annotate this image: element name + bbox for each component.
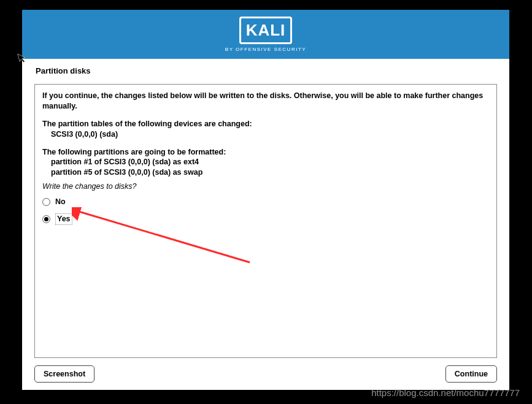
radio-label-yes: Yes — [55, 213, 72, 225]
page-title: Partition disks — [36, 66, 497, 75]
watermark-text: https://blog.csdn.net/mochu7777777 — [371, 387, 520, 398]
radio-option-no[interactable]: No — [42, 197, 489, 207]
installer-window: KALI BY OFFENSIVE SECURITY Partition dis… — [22, 10, 509, 390]
format-block: The following partitions are going to be… — [42, 147, 489, 178]
continue-button[interactable]: Continue — [445, 365, 497, 383]
radio-dot-icon — [44, 217, 48, 221]
main-panel: If you continue, the changes listed belo… — [34, 84, 497, 358]
radio-icon — [42, 198, 50, 206]
kali-logo: KALI — [239, 17, 293, 44]
warning-text: If you continue, the changes listed belo… — [42, 91, 489, 112]
write-question: Write the changes to disks? — [42, 181, 489, 192]
logo-subtitle: BY OFFENSIVE SECURITY — [225, 47, 306, 52]
radio-option-yes[interactable]: Yes — [42, 213, 489, 225]
content-area: Partition disks If you continue, the cha… — [22, 59, 509, 358]
radio-label-no: No — [55, 197, 66, 207]
format-line1: partition #1 of SCSI3 (0,0,0) (sda) as e… — [51, 157, 489, 167]
logo-text: KALI — [246, 21, 286, 40]
radio-icon — [42, 215, 50, 223]
format-heading: The following partitions are going to be… — [42, 147, 489, 158]
tables-device: SCSI3 (0,0,0) (sda) — [51, 129, 489, 140]
header-band: KALI BY OFFENSIVE SECURITY — [22, 10, 509, 59]
format-line2: partition #5 of SCSI3 (0,0,0) (sda) as s… — [51, 167, 489, 178]
tables-heading: The partition tables of the following de… — [42, 119, 489, 129]
partition-tables-block: The partition tables of the following de… — [42, 119, 489, 140]
button-bar: Screenshot Continue — [22, 358, 509, 390]
screenshot-button[interactable]: Screenshot — [34, 365, 94, 383]
